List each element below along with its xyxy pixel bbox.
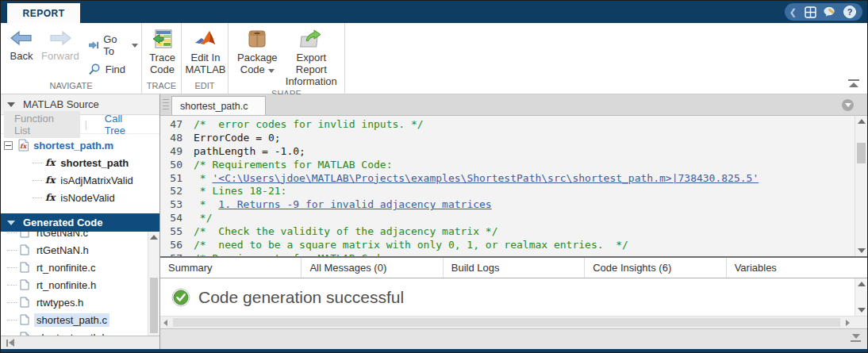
- tab-report[interactable]: REPORT: [7, 3, 80, 23]
- tab-list-dropdown-icon[interactable]: [842, 99, 854, 111]
- goto-button[interactable]: Go To: [88, 33, 138, 57]
- file-icon: [20, 232, 29, 238]
- trace-code-button[interactable]: TraceCode: [145, 28, 179, 81]
- window-bottom-edge: [1, 349, 867, 352]
- bottom-panel: Summary All Messages (0) Build Logs Code…: [160, 256, 867, 349]
- tree-connector: [7, 267, 17, 268]
- tab-all-messages[interactable]: All Messages (0): [301, 258, 443, 278]
- back-label: Back: [10, 50, 33, 62]
- trace-group-label: TRACE: [142, 81, 181, 94]
- code-line: 53 * 1. Returns -9 for invalid adjacency…: [160, 198, 855, 212]
- forward-arrow-icon: [48, 29, 72, 47]
- code-vertical-scrollbar[interactable]: [855, 116, 867, 256]
- collapse-toolstrip-icon[interactable]: [848, 79, 859, 89]
- file-row[interactable]: rt_nonfinite.c: [7, 259, 159, 276]
- matlab-logo-icon: [194, 29, 217, 48]
- requirement-link[interactable]: 1. Returns -9 for invalid adjacency matr…: [218, 198, 491, 210]
- sidebar: MATLAB Source Function List | Call Tree …: [1, 94, 160, 349]
- quick-access-toolbar: ❮ ?: [785, 3, 862, 21]
- find-label: Find: [106, 63, 125, 75]
- file-icon: [20, 332, 29, 336]
- code-area[interactable]: 47/* error codes for invlid inputs. */ 4…: [160, 116, 855, 256]
- tab-code-insights[interactable]: Code Insights (6): [585, 258, 726, 278]
- forward-button[interactable]: Forward: [37, 28, 83, 81]
- back-button[interactable]: Back: [6, 28, 37, 81]
- collapse-sidebar-icon[interactable]: [6, 339, 14, 347]
- scroll-up-icon[interactable]: [858, 119, 866, 124]
- group-edit: Edit InMATLAB EDIT: [182, 23, 229, 94]
- scroll-left-icon[interactable]: [163, 320, 167, 326]
- fx-icon: fx: [45, 157, 55, 168]
- requirement-link[interactable]: '<C:\Users\jdoe\MATLAB\Projects\examples…: [212, 172, 759, 184]
- collapse-section-icon: [7, 221, 15, 225]
- tree-function-row[interactable]: fx isNodeValid: [1, 189, 159, 206]
- edit-in-matlab-button[interactable]: Edit InMATLAB: [181, 28, 229, 81]
- source-view-tabs: Function List | Call Tree: [1, 115, 159, 134]
- file-icon: [20, 279, 29, 290]
- tree-function-row[interactable]: fx isAdjMatrixValid: [1, 171, 159, 189]
- file-row[interactable]: rtGetNaN.c: [7, 232, 159, 241]
- navigate-group-label: NAVIGATE: [1, 81, 141, 94]
- collapse-quick-access-icon[interactable]: ❮: [789, 8, 797, 17]
- tab-summary[interactable]: Summary: [160, 258, 301, 278]
- status-message: Code generation successful: [198, 288, 404, 307]
- code-line: 54 */: [160, 212, 855, 225]
- function-label: shortest_path: [60, 157, 129, 169]
- group-share: PackageCode Export ReportInformation SHA…: [229, 23, 345, 94]
- titlebar: REPORT ❮ ?: [1, 1, 867, 23]
- tree-connector: [33, 180, 42, 181]
- code-line: 50/* Requirements for MATLAB Code:: [160, 159, 855, 172]
- back-arrow-icon: [10, 29, 33, 47]
- scrollbar-thumb[interactable]: [857, 143, 866, 163]
- export-report-label: Export ReportInformation: [286, 52, 337, 87]
- scroll-right-icon[interactable]: [846, 320, 850, 326]
- file-row[interactable]: rtwtypes.h: [7, 294, 159, 311]
- layout-grid-icon[interactable]: [804, 6, 816, 18]
- tab-build-logs[interactable]: Build Logs: [444, 258, 585, 278]
- code-line: 52 * Lines 18-21:: [160, 185, 855, 198]
- help-icon[interactable]: ?: [843, 6, 856, 18]
- scroll-down-icon[interactable]: [858, 308, 866, 313]
- file-name: rtGetNaN.h: [34, 244, 91, 257]
- sidebar-scrollbar[interactable]: [148, 232, 159, 336]
- tree-function-row[interactable]: fx shortest_path: [1, 154, 159, 171]
- file-name: shortest_path.h: [34, 331, 110, 336]
- code-view: 47/* error codes for invlid inputs. */ 4…: [160, 116, 867, 256]
- trace-code-label: TraceCode: [149, 52, 175, 75]
- scrollbar-thumb[interactable]: [855, 286, 867, 296]
- scroll-down-icon[interactable]: [858, 248, 866, 253]
- scrollbar-thumb[interactable]: [173, 318, 840, 327]
- tabstrip-grip-icon[interactable]: [163, 99, 169, 111]
- export-report-button[interactable]: Export ReportInformation: [282, 28, 341, 89]
- find-button[interactable]: Find: [88, 63, 138, 75]
- file-icon: [20, 314, 29, 325]
- summary-horizontal-scrollbar[interactable]: [160, 316, 867, 328]
- collapse-section-icon: [7, 102, 15, 107]
- file-row[interactable]: shortest_path.h: [7, 328, 159, 336]
- tree-root-row[interactable]: fx shortest_path.m: [1, 136, 159, 154]
- tab-variables[interactable]: Variables: [727, 258, 867, 278]
- generated-code-header[interactable]: Generated Code: [1, 213, 159, 232]
- file-icon: [20, 297, 29, 308]
- forward-label: Forward: [41, 50, 79, 62]
- file-name: rt_nonfinite.c: [34, 261, 98, 274]
- toolstrip: Back Forward Go To Find: [1, 23, 867, 94]
- file-row[interactable]: rtGetNaN.h: [7, 241, 159, 259]
- editor-tab-shortest-path-c[interactable]: shortest_path.c: [171, 96, 266, 115]
- file-row-selected[interactable]: shortest_path.c: [7, 311, 159, 328]
- scrollbar-thumb[interactable]: [150, 278, 158, 333]
- expand-panel-icon[interactable]: [851, 334, 861, 342]
- code-line: 56/* need to be a square matrix with onl…: [160, 239, 855, 252]
- goto-caret-icon: [132, 44, 138, 48]
- matlab-file-icon: fx: [17, 139, 29, 152]
- file-row[interactable]: rt_nonfinite.h: [7, 276, 159, 294]
- code-line: 48ErrorCode = 0;: [160, 132, 855, 145]
- trace-code-icon: [152, 29, 173, 48]
- feedback-icon[interactable]: [824, 6, 836, 18]
- collapse-expander-icon[interactable]: [4, 141, 13, 150]
- editor-panel: shortest_path.c 47/* error codes for inv…: [160, 94, 867, 349]
- summary-vertical-scrollbar[interactable]: [855, 278, 867, 316]
- function-label: isAdjMatrixValid: [60, 175, 133, 186]
- package-code-button[interactable]: PackageCode: [233, 28, 282, 89]
- scroll-up-icon[interactable]: [150, 235, 158, 240]
